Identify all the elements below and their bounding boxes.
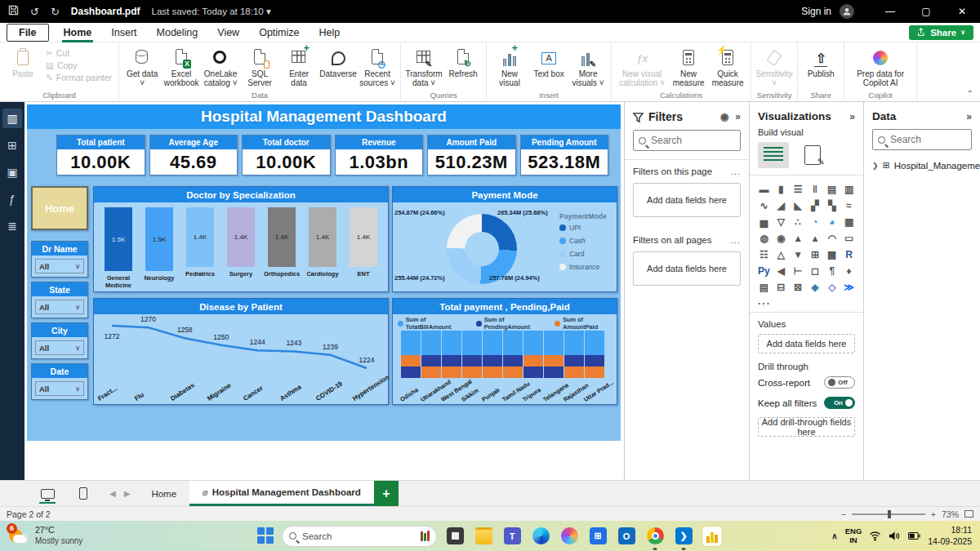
ribbon-column[interactable] — [483, 331, 502, 378]
ribbon-column[interactable] — [503, 331, 523, 378]
bar[interactable]: 1.5K — [145, 207, 173, 271]
bar[interactable]: 1.4K — [186, 207, 214, 267]
menu-tab-home[interactable]: Home — [54, 24, 102, 42]
share-button[interactable]: Share∨ — [909, 25, 973, 40]
donut-chart-icon[interactable]: ◕ — [824, 215, 840, 229]
format-visual-mode-button[interactable] — [797, 142, 828, 168]
menu-tab-file[interactable]: File — [7, 24, 49, 42]
kpi-card-average-age[interactable]: Average Age45.69 — [149, 135, 238, 176]
enter-data-button[interactable]: +Enter data — [280, 46, 318, 90]
ribbon-column[interactable] — [523, 331, 543, 378]
cut-button[interactable]: ✂Cut — [43, 47, 114, 59]
goals-icon[interactable]: ♦ — [841, 264, 857, 278]
doctor-by-specialization-chart[interactable]: Doctor by Specialization 1.5KGeneral Med… — [93, 186, 389, 292]
kpi-card-total-patient[interactable]: Total patient10.00K — [56, 135, 145, 176]
azure-map-icon[interactable]: ▴ — [808, 231, 823, 245]
more-visuals-button[interactable]: ✎More visuals ˅ — [569, 46, 607, 90]
new-visual-button[interactable]: +New visual — [491, 46, 528, 90]
multi-row-card-icon[interactable]: ☷ — [756, 247, 772, 261]
ribbon-column[interactable] — [442, 331, 461, 378]
search-input[interactable] — [890, 134, 966, 145]
slicer-dropdown[interactable]: All∨ — [35, 340, 84, 355]
100-stacked-bar-chart-icon[interactable]: ▤ — [824, 182, 840, 196]
zoom-in-icon[interactable]: + — [931, 509, 936, 519]
decomposition-tree-icon[interactable]: ⊢ — [791, 264, 806, 278]
menu-tab-view[interactable]: View — [207, 24, 249, 42]
pie-chart-icon[interactable]: ◔ — [808, 215, 823, 229]
taskbar-icon-edge[interactable] — [530, 526, 551, 547]
smart-narrative-icon[interactable]: ¶ — [824, 264, 840, 278]
legend-item[interactable]: Sum of TotalBillAmount — [398, 316, 470, 331]
ribbon-column[interactable] — [585, 331, 604, 378]
card-icon[interactable]: ▭ — [841, 231, 857, 245]
taskbar-icon-store[interactable]: ⊞ — [587, 526, 608, 547]
taskbar-icon-photos[interactable] — [444, 526, 466, 547]
shape-map-icon[interactable]: ▲ — [791, 231, 806, 245]
dax-query-view-icon[interactable]: ƒ — [2, 189, 22, 209]
prep-data-for-copilot-ai-button[interactable]: Prep data for Copilot AI — [849, 46, 912, 90]
menu-tab-help[interactable]: Help — [309, 24, 350, 42]
excel-workbook-button[interactable]: XExcel workbook — [163, 46, 200, 90]
matrix-icon[interactable]: ▩ — [824, 247, 840, 261]
stacked-column-chart-icon[interactable]: ▮ — [773, 182, 789, 196]
taskbar-search[interactable]: Search — [282, 526, 437, 547]
disease-by-patient-chart[interactable]: Disease by Patient 127212701258125012441… — [93, 298, 389, 405]
collapse-pane-icon[interactable]: » — [966, 111, 972, 122]
data-search[interactable] — [872, 129, 972, 150]
clock[interactable]: 18:1114-09-2025 — [928, 525, 972, 547]
build-visual-mode-button[interactable] — [758, 142, 789, 168]
new-card-icon[interactable]: ⊟ — [773, 280, 789, 294]
table-icon[interactable]: ⊞ — [808, 247, 823, 261]
redo-icon[interactable]: ↻ — [51, 6, 60, 18]
saved-status[interactable]: Last saved: Today at 18:10 ▾ — [151, 6, 270, 17]
scatter-chart-icon[interactable]: ∴ — [791, 215, 806, 229]
r-script-icon[interactable]: R — [841, 247, 857, 261]
transform-data-button[interactable]: ✎Transform data ˅ — [405, 46, 443, 90]
search-input[interactable] — [651, 135, 735, 146]
refresh-button[interactable]: ↻Refresh — [444, 46, 482, 81]
wifi-icon[interactable] — [869, 531, 881, 541]
taskbar-icon-file-explorer[interactable] — [473, 526, 494, 547]
taskbar-icon-teams[interactable]: T — [501, 526, 523, 547]
fit-to-page-icon[interactable] — [964, 510, 973, 518]
arcgis-map-icon[interactable]: ◈ — [808, 280, 823, 294]
data-table-item[interactable]: ❯ ⊞ Hospital_Managemen... — [864, 158, 980, 172]
taskbar-icon-vscode[interactable]: ❯ — [673, 526, 694, 547]
text-box-button[interactable]: AText box — [530, 46, 568, 81]
waterfall-chart-icon[interactable]: ▅ — [756, 215, 772, 229]
stacked-bar-chart-icon[interactable]: ▬ — [756, 182, 772, 196]
table-view-icon[interactable]: ⊞ — [2, 136, 22, 155]
quick-measure-button[interactable]: ⚡Quick measure — [709, 46, 746, 90]
mobile-layout-button[interactable] — [65, 481, 101, 506]
collapse-pane-icon[interactable]: » — [735, 111, 741, 122]
legend-item-card[interactable]: Card — [559, 250, 613, 258]
expand-chevron-icon[interactable]: ❯ — [872, 162, 879, 170]
weather-widget[interactable]: 6 27°C Mostly sunny — [0, 525, 180, 547]
legend-item[interactable]: Sum of AmountPaid — [555, 316, 617, 331]
clustered-column-chart-icon[interactable]: ‖ — [808, 182, 823, 196]
get-data-button[interactable]: Get data ˅ — [123, 46, 161, 90]
100-stacked-column-chart-icon[interactable]: ▥ — [841, 182, 857, 196]
bar[interactable]: 1.4K — [350, 207, 377, 267]
zoom-slider[interactable] — [852, 513, 925, 515]
desktop-layout-button[interactable] — [29, 481, 65, 506]
qna-icon[interactable]: ◻ — [808, 264, 823, 278]
ribbon-column[interactable] — [544, 331, 564, 378]
taskbar-icon-outlook[interactable]: O — [616, 526, 637, 547]
publish-button[interactable]: ⇧Publish — [802, 46, 840, 81]
treemap-icon[interactable]: ▦ — [841, 215, 857, 229]
button-slicer-icon[interactable]: ⊠ — [791, 280, 806, 294]
ribbon-column[interactable] — [421, 331, 441, 378]
battery-icon[interactable] — [908, 531, 920, 541]
page-tab-home[interactable]: Home — [138, 481, 189, 506]
ribbon-column[interactable] — [564, 331, 584, 378]
save-icon[interactable] — [8, 5, 19, 18]
zoom-out-icon[interactable]: − — [841, 509, 846, 519]
bar[interactable]: 1.5K — [105, 207, 132, 271]
slicer-dropdown[interactable]: All∨ — [35, 259, 84, 273]
more-visual-types-button[interactable]: ... — [750, 295, 863, 313]
power-automate-icon[interactable]: ≫ — [841, 280, 857, 294]
collapse-pane-icon[interactable]: » — [849, 111, 855, 122]
bar[interactable]: 1.4K — [268, 207, 296, 267]
kpi-card-revenue[interactable]: Revenue1.03bn — [335, 135, 424, 176]
